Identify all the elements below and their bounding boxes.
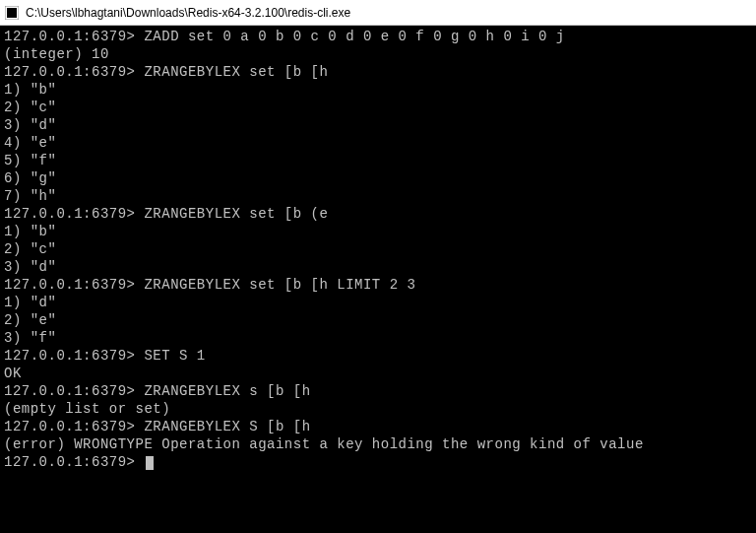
terminal-output-line: 2) "c" bbox=[4, 99, 752, 116]
terminal-output[interactable]: 127.0.0.1:6379> ZADD set 0 a 0 b 0 c 0 d… bbox=[0, 26, 756, 473]
terminal-output-line: 2) "e" bbox=[4, 311, 752, 329]
terminal-output-line: 4) "e" bbox=[4, 134, 752, 152]
terminal-output-line: 1) "b" bbox=[4, 81, 752, 99]
terminal-output-line: OK bbox=[4, 365, 752, 382]
terminal-output-line: 2) "c" bbox=[4, 240, 752, 258]
terminal-output-line: 3) "d" bbox=[4, 258, 752, 276]
app-icon bbox=[4, 5, 20, 21]
terminal-output-line: (error) WRONGTYPE Operation against a ke… bbox=[4, 435, 752, 453]
window-title: C:\Users\lbhagtani\Downloads\Redis-x64-3… bbox=[26, 6, 350, 20]
terminal-command-line: 127.0.0.1:6379> ZADD set 0 a 0 b 0 c 0 d… bbox=[4, 28, 752, 45]
terminal-output-line: 5) "f" bbox=[4, 152, 752, 169]
terminal-command-line: 127.0.0.1:6379> ZRANGEBYLEX set [b [h LI… bbox=[4, 276, 752, 294]
terminal-command-line: 127.0.0.1:6379> SET S 1 bbox=[4, 347, 752, 365]
terminal-output-line: 1) "d" bbox=[4, 294, 752, 311]
terminal-output-line: (empty list or set) bbox=[4, 400, 752, 418]
svg-rect-1 bbox=[7, 8, 17, 18]
terminal-command-line: 127.0.0.1:6379> ZRANGEBYLEX s [b [h bbox=[4, 382, 752, 400]
terminal-output-line: 6) "g" bbox=[4, 169, 752, 187]
terminal-output-line: 7) "h" bbox=[4, 187, 752, 205]
terminal-command-line: 127.0.0.1:6379> ZRANGEBYLEX set [b (e bbox=[4, 205, 752, 223]
cursor bbox=[146, 456, 154, 470]
terminal-output-line: 3) "d" bbox=[4, 116, 752, 134]
terminal-output-line: (integer) 10 bbox=[4, 45, 752, 63]
terminal-output-line: 1) "b" bbox=[4, 223, 752, 240]
window-titlebar[interactable]: C:\Users\lbhagtani\Downloads\Redis-x64-3… bbox=[0, 0, 756, 26]
terminal-command-line: 127.0.0.1:6379> bbox=[4, 453, 752, 471]
terminal-command-line: 127.0.0.1:6379> ZRANGEBYLEX S [b [h bbox=[4, 418, 752, 435]
terminal-output-line: 3) "f" bbox=[4, 329, 752, 347]
terminal-command-line: 127.0.0.1:6379> ZRANGEBYLEX set [b [h bbox=[4, 63, 752, 81]
